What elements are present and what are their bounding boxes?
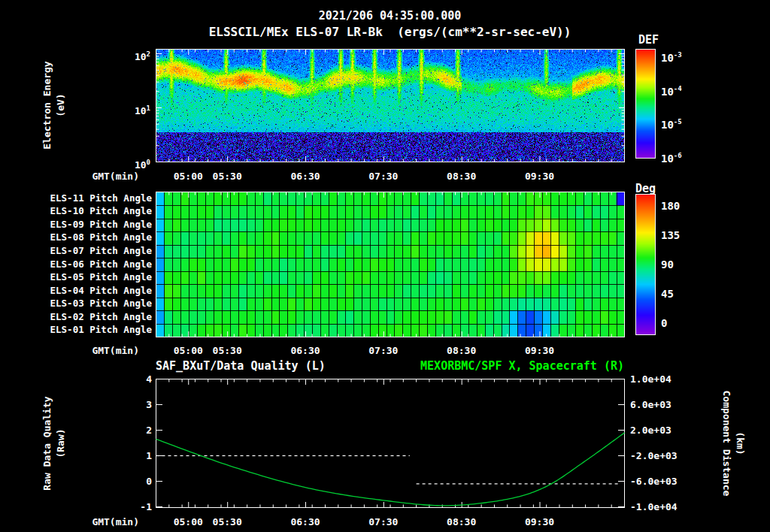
energy-tick-label: 100 xyxy=(111,156,150,168)
distance-tick-label: 1.0e+04 xyxy=(630,373,690,385)
energy-tick-label: 101 xyxy=(111,102,150,114)
gmt-axis-label-2: GMT(min) xyxy=(75,345,139,357)
distance-axis-units: (km) xyxy=(734,353,746,532)
distance-tick-label: -6.0e+03 xyxy=(630,476,690,488)
def-tick-label: 10-5 xyxy=(661,116,682,128)
pitch-row-label: ELS-07 Pitch Angle xyxy=(30,245,152,257)
pitch-row-label: ELS-08 Pitch Angle xyxy=(30,231,152,243)
pitch-row-label: ELS-05 Pitch Angle xyxy=(30,271,152,283)
distance-tick-label: -2.0e+03 xyxy=(630,450,690,462)
time-tick-label: 06:30 xyxy=(283,345,328,357)
time-tick-label: 05:30 xyxy=(205,516,250,528)
quality-axis-units: (Raw) xyxy=(55,353,67,532)
pitch-row-label: ELS-06 Pitch Angle xyxy=(30,258,152,271)
distance-tick-label: 2.0e+03 xyxy=(630,425,690,437)
def-colorbar xyxy=(635,49,656,159)
pitch-row-label: ELS-01 Pitch Angle xyxy=(30,324,152,336)
pitch-row-label: ELS-04 Pitch Angle xyxy=(30,285,152,297)
deg-colorbar xyxy=(635,194,656,335)
pitch-row-label: ELS-09 Pitch Angle xyxy=(30,219,152,231)
time-tick-label: 09:30 xyxy=(517,345,562,357)
def-tick-label: 10-3 xyxy=(661,49,682,61)
deg-tick-label: 180 xyxy=(661,200,680,212)
quality-tick-label: 2 xyxy=(113,425,152,437)
def-colorbar-title: DEF xyxy=(638,34,659,46)
energy-axis-label: Electron Energy xyxy=(41,15,53,195)
distance-axis-label: Component Distance xyxy=(720,353,732,532)
time-tick-label: 06:30 xyxy=(283,171,328,183)
time-tick-label: 07:30 xyxy=(361,345,406,357)
def-tick-label: 10-4 xyxy=(661,83,682,95)
time-tick-label: 08:30 xyxy=(439,516,484,528)
pitch-row-label: ELS-10 Pitch Angle xyxy=(30,205,152,217)
distance-tick-label: 6.0e+03 xyxy=(630,399,690,411)
plot-title: ELSSCIL/MEx ELS-07 LR-Bk (ergs/(cm**2-sr… xyxy=(156,26,624,38)
time-tick-label: 05:30 xyxy=(205,171,250,183)
distance-tick-label: -1.0e+04 xyxy=(630,501,690,513)
gmt-axis-label-3: GMT(min) xyxy=(75,516,139,528)
quality-tick-label: 3 xyxy=(113,399,152,411)
bottom-title-right: MEXORBMC/SPF X, Spacecraft (R) xyxy=(156,360,624,372)
gmt-axis-label-1: GMT(min) xyxy=(75,171,139,183)
deg-tick-label: 45 xyxy=(661,288,674,300)
energy-axis-units: (eV) xyxy=(55,15,67,195)
deg-colorbar-title: Deg xyxy=(635,183,656,195)
def-tick-label: 10-6 xyxy=(661,150,682,162)
quality-tick-label: 1 xyxy=(113,450,152,462)
electron-energy-spectrogram xyxy=(156,49,625,162)
quality-tick-label: -1 xyxy=(113,501,152,513)
pitch-angle-heatmap xyxy=(156,192,625,337)
deg-tick-label: 135 xyxy=(661,229,680,241)
pitch-row-label: ELS-02 Pitch Angle xyxy=(30,311,152,323)
time-tick-label: 09:30 xyxy=(517,171,562,183)
time-tick-label: 08:30 xyxy=(439,171,484,183)
quality-axis-label: Raw Data Quality xyxy=(41,353,53,532)
time-tick-label: 09:30 xyxy=(517,516,562,528)
quality-tick-label: 0 xyxy=(113,476,152,488)
deg-tick-label: 0 xyxy=(661,317,667,329)
quality-tick-label: 4 xyxy=(113,373,152,385)
date-title: 2021/206 04:35:00.000 xyxy=(156,10,624,22)
deg-tick-label: 90 xyxy=(661,258,674,271)
time-tick-label: 07:30 xyxy=(361,171,406,183)
energy-tick-label: 102 xyxy=(111,48,150,60)
time-tick-label: 08:30 xyxy=(439,345,484,357)
pitch-row-label: ELS-11 Pitch Angle xyxy=(30,192,152,204)
time-tick-label: 06:30 xyxy=(283,516,328,528)
plot-screen: 2021/206 04:35:00.000 ELSSCIL/MEx ELS-07… xyxy=(0,0,770,532)
pitch-row-label: ELS-03 Pitch Angle xyxy=(30,298,152,310)
time-tick-label: 07:30 xyxy=(361,516,406,528)
quality-distance-plot xyxy=(156,379,625,508)
time-tick-label: 05:30 xyxy=(205,345,250,357)
